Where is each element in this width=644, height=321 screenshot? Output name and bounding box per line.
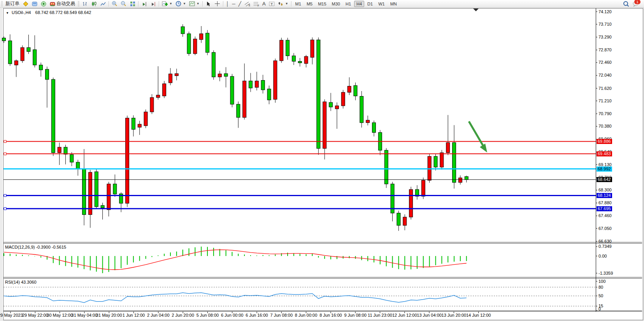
text-tool[interactable]: A <box>261 0 267 7</box>
timeframe-M5[interactable]: M5 <box>304 1 315 7</box>
pencil-icon[interactable] <box>21 0 30 7</box>
time-tick-label: 2 Jun 04:00 <box>147 313 170 317</box>
macd-axis-label: 0.00 <box>598 254 607 258</box>
rsi-axis-label: 50 <box>598 293 603 298</box>
mt4-platform: { "toolbar": { "new_order_label": "新订单",… <box>0 0 644 321</box>
time-tick-label: 12 Jun 12:00 <box>392 313 417 317</box>
timeframe-H1[interactable]: H1 <box>343 1 353 7</box>
new-order-button[interactable]: 新订单 <box>4 0 21 7</box>
svg-text:E: E <box>249 4 250 7</box>
time-tick-label: 29 May 2023 <box>0 313 23 317</box>
auto-trading-label: 自动交易 <box>56 0 75 7</box>
time-tick-label: 30 May 12:00 <box>47 313 73 317</box>
broadcast-icon[interactable] <box>39 0 48 7</box>
timeframe-group: M1M5M15M30H1H4D1W1MN <box>293 1 400 7</box>
price-tick-label: 74.120 <box>598 9 612 14</box>
time-tick-label: 11 Jun 23:00 <box>368 313 392 317</box>
macd-axis-label: -1.3359 <box>598 271 613 275</box>
auto-trading-button[interactable]: 自动交易 <box>48 0 77 7</box>
equidistant-channel-tool[interactable]: E <box>243 0 252 7</box>
chart-title: ▼ USOil-,H4 68.742 68.772 68.549 68.642 <box>6 10 91 15</box>
templates-button[interactable]: ▼ <box>188 0 201 7</box>
timeframe-MN[interactable]: MN <box>388 1 399 7</box>
timeframe-M1[interactable]: M1 <box>293 1 304 7</box>
timeframe-M15[interactable]: M15 <box>316 1 328 7</box>
time-tick-label: 9 Jun 08:00 <box>344 313 367 317</box>
price-tick-label: 66.630 <box>598 239 612 244</box>
chart-shift-marker[interactable] <box>473 9 479 11</box>
chart-shift-icon[interactable] <box>149 0 158 7</box>
symbol-dropdown-icon[interactable]: ▼ <box>6 11 9 15</box>
chat-icon[interactable]: 1 <box>633 1 639 7</box>
rsi-value: 43.3060 <box>21 280 37 284</box>
zoom-out-icon[interactable] <box>119 0 128 7</box>
time-tick-label: 13 Jun 04:00 <box>417 313 442 317</box>
time-tick-label: 14 Jun 12:00 <box>466 313 491 317</box>
zoom-in-icon[interactable] <box>110 0 119 7</box>
price-tick-label: 71.620 <box>598 86 612 91</box>
time-tick-label: 31 May 20:00 <box>96 313 122 317</box>
new-order-label: 新订单 <box>5 0 19 7</box>
time-tick-label: 8 Jun 00:00 <box>295 313 318 317</box>
price-tick-label: 72.460 <box>598 60 612 65</box>
price-tick-label: 67.880 <box>598 200 612 205</box>
horizontal-line-tool[interactable]: ─ <box>230 0 237 7</box>
main-toolbar: 新订单 自动交易 ▼ ▼ <box>0 0 644 8</box>
price-tick-label: 70.790 <box>598 111 612 116</box>
chart-ohlc-values: 68.742 68.772 68.549 68.642 <box>35 10 91 15</box>
text-label-tool[interactable]: T <box>267 0 276 7</box>
profiles-icon[interactable] <box>30 0 39 7</box>
timeframe-W1[interactable]: W1 <box>376 1 387 7</box>
time-tick-label: 1 Jun 12:00 <box>123 313 145 317</box>
price-line-tag: 68.642 <box>597 177 612 182</box>
vertical-line-tool[interactable]: │ <box>225 0 231 7</box>
time-tick-label: 7 Jun 08:00 <box>270 313 293 317</box>
rsi-label: RSI(14) 43.3060 <box>5 280 37 284</box>
timeframe-D1[interactable]: D1 <box>365 1 375 7</box>
auto-scroll-icon[interactable] <box>140 0 149 7</box>
macd-label: MACD(12,26,9) -0.3900 -0.5615 <box>5 245 66 249</box>
timeframe-H4[interactable]: H4 <box>354 1 364 7</box>
trendline-tool[interactable]: ╱ <box>237 0 243 7</box>
price-tick-label: 67.050 <box>598 226 612 231</box>
price-line-tag: 69.483 <box>597 151 612 156</box>
time-tick-label: 6 Jun 16:00 <box>246 313 268 317</box>
bars-chart-icon[interactable] <box>81 0 89 7</box>
crosshair-tool[interactable] <box>213 0 222 7</box>
timeframe-M30[interactable]: M30 <box>330 1 342 7</box>
time-tick-label: 2 Jun 20:00 <box>172 313 194 317</box>
add-indicator-button[interactable]: ▼ <box>160 0 174 7</box>
arrows-tool[interactable]: ▼ <box>276 0 290 7</box>
price-tick-label: 72.040 <box>598 73 612 77</box>
chevron-down-icon: ▼ <box>197 2 200 5</box>
price-tick-label: 68.300 <box>598 188 612 192</box>
cursor-tool[interactable] <box>204 0 213 7</box>
period-button[interactable]: ▼ <box>174 0 188 7</box>
svg-text:F: F <box>258 4 259 7</box>
price-line-tag: 69.886 <box>597 139 612 144</box>
svg-text:T: T <box>270 2 273 6</box>
time-tick-label: 6 Jun 00:00 <box>221 313 244 317</box>
tile-windows-icon[interactable] <box>128 0 137 7</box>
chart-window <box>3 8 643 320</box>
price-line-tag: 67.695 <box>597 206 612 211</box>
rsi-axis-label: 100 <box>598 279 605 284</box>
price-tick-label: 73.290 <box>598 35 612 39</box>
chevron-down-icon: ▼ <box>169 2 172 5</box>
notification-badge: 1 <box>634 0 641 5</box>
candlestick-chart-icon[interactable] <box>89 0 98 7</box>
time-tick-label: 31 May 04:00 <box>72 313 98 317</box>
time-tick-label: 5 Jun 08:00 <box>197 313 219 317</box>
price-tick-label: 67.460 <box>598 213 612 218</box>
time-tick-label: 29 May 22:00 <box>22 313 48 317</box>
toolbar-grip[interactable] <box>1 1 3 6</box>
macd-axis-label: 0.7349 <box>598 244 612 249</box>
search-icon[interactable] <box>623 1 629 7</box>
price-tick-label: 71.210 <box>598 98 612 103</box>
rsi-axis-label: 0 <box>598 307 601 311</box>
price-line-tag: 68.124 <box>597 193 612 198</box>
fibonacci-tool[interactable]: F <box>252 0 261 7</box>
line-chart-icon[interactable] <box>98 0 107 7</box>
chart-symbol-period: USOil-,H4 <box>12 10 31 15</box>
chevron-down-icon: ▼ <box>285 2 288 5</box>
